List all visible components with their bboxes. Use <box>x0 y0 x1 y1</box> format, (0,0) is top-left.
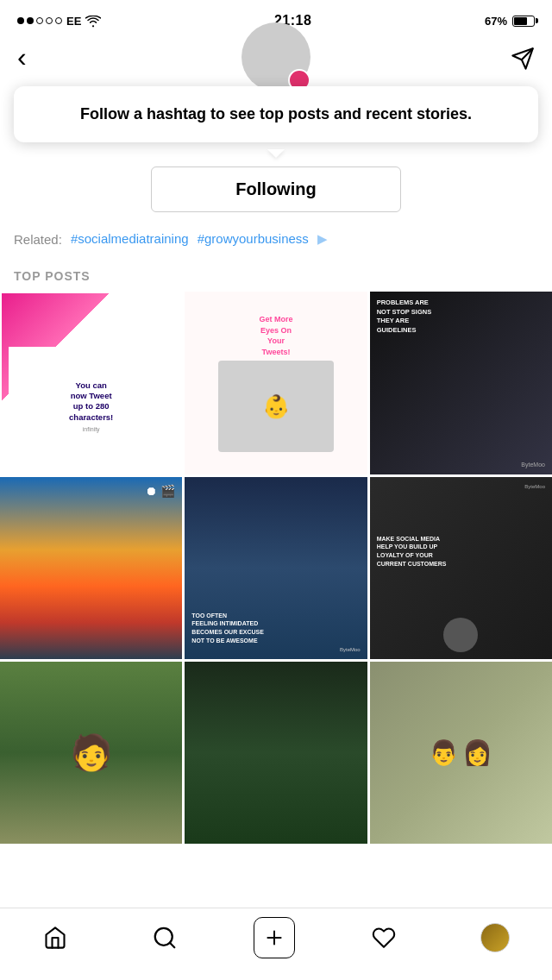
back-button[interactable]: ‹ <box>17 43 27 71</box>
related-tags: #socialmediatraining #growyourbusiness ▶ <box>71 231 328 247</box>
carrier-label: EE <box>66 15 81 28</box>
nav-home[interactable] <box>34 917 77 958</box>
top-posts-title: TOP POSTS <box>0 255 552 292</box>
profile-avatar <box>480 923 510 952</box>
send-button[interactable] <box>511 43 535 70</box>
tooltip-text: Follow a hashtag to see top posts and re… <box>80 105 472 122</box>
bottom-nav <box>0 908 552 980</box>
post-item[interactable] <box>185 662 367 844</box>
nav-add[interactable] <box>254 917 295 958</box>
avatar <box>242 22 310 91</box>
following-button-area: Following <box>0 166 552 212</box>
profile-avatar-area <box>242 22 310 91</box>
wifi-icon <box>85 13 101 28</box>
svg-line-3 <box>170 942 174 946</box>
header: ‹ <box>0 38 552 79</box>
related-label: Related: <box>14 232 62 247</box>
post-item[interactable]: ByteMoo MAKE SOCIAL MEDIAHELP YOU BUILD … <box>370 477 552 659</box>
post-item[interactable]: 👨 👩 <box>370 662 552 844</box>
following-button[interactable]: Following <box>151 166 401 212</box>
post-item[interactable]: Get MoreEyes OnYourTweets! 👶 <box>185 292 367 474</box>
search-icon <box>152 925 178 951</box>
nav-search[interactable] <box>143 916 186 959</box>
post-item[interactable]: 🧑 <box>0 662 182 844</box>
heart-icon <box>371 926 397 950</box>
signal-icon <box>17 17 62 24</box>
post-item[interactable]: You cannow Tweetup to 280characters! inf… <box>0 292 182 474</box>
post-item[interactable]: PROBLEMS ARENOT STOP SIGNSTHEY AREGUIDEL… <box>370 292 552 474</box>
main-content: Follow a hashtag to see top posts and re… <box>0 86 552 916</box>
tooltip-popup: Follow a hashtag to see top posts and re… <box>14 86 538 142</box>
posts-grid: You cannow Tweetup to 280characters! inf… <box>0 292 552 844</box>
nav-heart[interactable] <box>362 917 405 958</box>
home-icon <box>42 926 68 950</box>
battery-icon <box>512 16 535 27</box>
related-tag-3[interactable]: ▶ <box>317 231 328 247</box>
status-left: EE <box>17 13 101 28</box>
post-item[interactable]: TOO OFTENFEELING INTIMIDATEDBECOMES OUR … <box>185 477 367 659</box>
status-right: 67% <box>485 15 535 28</box>
related-tag-1[interactable]: #socialmediatraining <box>71 231 189 247</box>
add-icon <box>263 927 285 949</box>
related-tag-2[interactable]: #growyourbusiness <box>198 231 309 247</box>
related-section: Related: #socialmediatraining #growyourb… <box>0 212 552 255</box>
battery-label: 67% <box>485 15 507 28</box>
nav-profile[interactable] <box>472 914 518 961</box>
post-item[interactable]: ⏺ 🎬 <box>0 477 182 659</box>
